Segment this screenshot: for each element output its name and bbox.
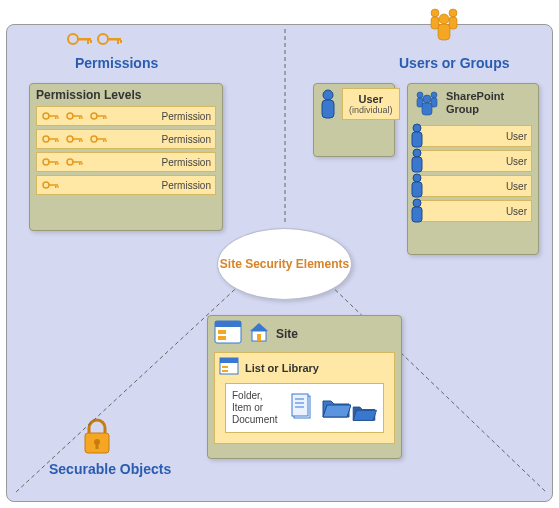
key-icon xyxy=(65,110,87,122)
svg-rect-25 xyxy=(55,140,57,142)
folder-icon xyxy=(321,395,351,421)
key-icon xyxy=(41,133,63,145)
center-oval: Site Security Elements xyxy=(217,228,352,300)
svg-rect-12 xyxy=(48,115,58,117)
svg-marker-76 xyxy=(250,323,268,331)
folder-item-label: Folder, Item or Document xyxy=(232,390,283,426)
permission-levels-title: Permission Levels xyxy=(36,88,216,102)
svg-rect-16 xyxy=(72,115,82,117)
svg-rect-21 xyxy=(103,117,105,119)
user-box-subtitle: (individual) xyxy=(349,105,393,115)
svg-rect-14 xyxy=(57,117,59,119)
svg-rect-73 xyxy=(215,321,241,327)
center-title: Site Security Elements xyxy=(220,257,349,271)
svg-point-19 xyxy=(91,113,97,119)
svg-rect-84 xyxy=(292,394,308,416)
people-group-icon xyxy=(412,88,442,122)
svg-rect-44 xyxy=(48,184,58,186)
svg-rect-42 xyxy=(81,163,83,165)
site-box-title: Site xyxy=(276,327,298,341)
svg-rect-46 xyxy=(57,186,59,188)
svg-rect-60 xyxy=(422,103,432,115)
permission-row-label: Permission xyxy=(156,157,211,168)
svg-point-55 xyxy=(417,92,423,98)
svg-point-63 xyxy=(413,149,421,157)
svg-rect-34 xyxy=(105,140,107,142)
svg-rect-45 xyxy=(55,186,57,188)
key-icon xyxy=(41,110,63,122)
key-icon xyxy=(65,133,87,145)
key-icon xyxy=(89,133,111,145)
site-box: Site List or Library Folder, Item or Doc… xyxy=(207,315,402,459)
svg-rect-30 xyxy=(81,140,83,142)
sp-group-user-row: User xyxy=(414,175,532,197)
sp-group-user-label: User xyxy=(500,156,527,167)
svg-rect-24 xyxy=(48,138,58,140)
svg-point-39 xyxy=(67,159,73,165)
svg-rect-28 xyxy=(72,138,82,140)
svg-rect-38 xyxy=(57,163,59,165)
svg-point-53 xyxy=(323,90,333,100)
svg-rect-41 xyxy=(79,163,81,165)
permission-levels-box: Permission Levels PermissionPermissionPe… xyxy=(29,83,223,231)
svg-point-35 xyxy=(43,159,49,165)
sp-group-user-row: User xyxy=(414,125,532,147)
svg-rect-33 xyxy=(103,140,105,142)
sp-group-user-label: User xyxy=(500,206,527,217)
svg-rect-22 xyxy=(105,117,107,119)
sp-group-user-row: User xyxy=(414,200,532,222)
user-individual-box: User (individual) xyxy=(313,83,395,157)
folder-item-box: Folder, Item or Document xyxy=(225,383,384,433)
sp-group-title: SharePoint Group xyxy=(446,90,534,116)
svg-rect-75 xyxy=(218,336,226,340)
svg-rect-66 xyxy=(412,182,422,197)
sp-group-user-label: User xyxy=(500,131,527,142)
list-library-title: List or Library xyxy=(245,362,319,374)
permission-row: Permission xyxy=(36,175,216,195)
key-icon xyxy=(89,110,111,122)
permission-row: Permission xyxy=(36,129,216,149)
house-icon xyxy=(248,321,270,347)
user-box-title: User xyxy=(349,93,393,105)
folder-icon xyxy=(351,402,377,424)
svg-point-47 xyxy=(431,9,439,17)
sp-group-user-row: User xyxy=(414,150,532,172)
list-library-box: List or Library Folder, Item or Document xyxy=(214,352,395,444)
svg-rect-62 xyxy=(412,132,422,147)
svg-point-65 xyxy=(413,174,421,182)
svg-rect-32 xyxy=(96,138,106,140)
svg-point-23 xyxy=(43,136,49,142)
svg-point-57 xyxy=(431,92,437,98)
list-icon xyxy=(219,357,239,379)
document-icon xyxy=(291,393,313,423)
svg-point-43 xyxy=(43,182,49,188)
permission-row-label: Permission xyxy=(156,180,211,191)
permission-row: Permission xyxy=(36,152,216,172)
svg-point-31 xyxy=(91,136,97,142)
browser-icon xyxy=(214,320,242,348)
permission-row-label: Permission xyxy=(156,111,211,122)
svg-rect-78 xyxy=(257,334,261,341)
svg-rect-81 xyxy=(222,366,228,368)
key-icon xyxy=(41,179,63,191)
svg-rect-82 xyxy=(222,370,228,372)
person-icon xyxy=(409,197,425,227)
svg-rect-36 xyxy=(48,161,58,163)
permission-row: Permission xyxy=(36,106,216,126)
svg-point-27 xyxy=(67,136,73,142)
svg-rect-26 xyxy=(57,140,59,142)
svg-rect-68 xyxy=(412,207,422,222)
key-icon xyxy=(41,156,63,168)
svg-point-61 xyxy=(413,124,421,132)
svg-rect-64 xyxy=(412,157,422,172)
svg-rect-40 xyxy=(72,161,82,163)
svg-point-67 xyxy=(413,199,421,207)
svg-point-15 xyxy=(67,113,73,119)
permission-row-label: Permission xyxy=(156,134,211,145)
key-icon xyxy=(65,156,87,168)
svg-rect-17 xyxy=(79,117,81,119)
svg-point-49 xyxy=(449,9,457,17)
svg-rect-13 xyxy=(55,117,57,119)
svg-rect-37 xyxy=(55,163,57,165)
svg-rect-20 xyxy=(96,115,106,117)
